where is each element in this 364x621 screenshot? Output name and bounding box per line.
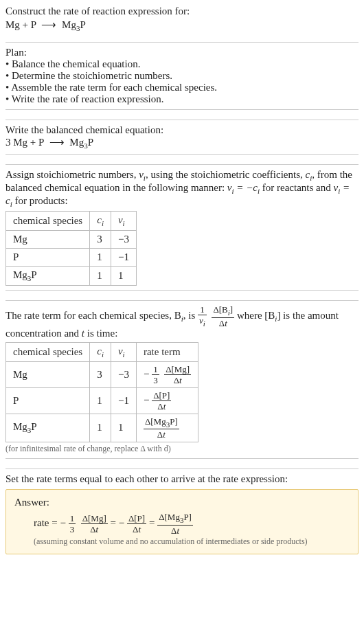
lead: rate = − xyxy=(34,517,66,528)
cell-nu: 1 xyxy=(111,267,136,286)
den: Δt xyxy=(144,429,179,439)
table-row: Mg3P 1 1 xyxy=(6,267,137,286)
frac: Δ[Mg3P]Δt xyxy=(144,417,179,440)
rhs-tail: P xyxy=(80,19,85,30)
table-row: Mg 3 −3 − 13 Δ[Mg]Δt xyxy=(6,361,198,387)
table-header-row: chemical species ci νi xyxy=(6,212,137,231)
plan-title: Plan: xyxy=(5,47,359,58)
table-header-row: chemical species ci νi rate term xyxy=(6,342,198,361)
den: Δt xyxy=(152,401,171,411)
col-nu: νi xyxy=(111,342,136,361)
arrow-icon: ⟶ xyxy=(47,137,67,148)
num: Δ[Bi] xyxy=(212,305,234,318)
txt: , is xyxy=(183,310,198,321)
col-rate: rate term xyxy=(136,342,198,361)
c-sym: ci xyxy=(305,169,312,180)
txt: Assign stoichiometric numbers, xyxy=(5,169,139,180)
s: ν xyxy=(139,169,144,180)
col-species: chemical species xyxy=(6,342,90,361)
rel: νi = −ci xyxy=(227,182,260,193)
prompt-block: Construct the rate of reaction expressio… xyxy=(5,5,359,32)
cell-species: Mg3P xyxy=(6,414,90,442)
answer-label: Answer: xyxy=(14,497,350,508)
txt: where [B xyxy=(237,310,275,321)
rhs-base: Mg xyxy=(62,19,76,30)
frac: Δ[P]Δt xyxy=(127,514,146,534)
assign-intro: Assign stoichiometric numbers, νi, using… xyxy=(5,169,359,208)
col-species: chemical species xyxy=(6,212,90,231)
nu-sym: νi xyxy=(139,169,146,180)
txt: is time: xyxy=(84,328,117,339)
table-row: P 1 −1 − Δ[P]Δt xyxy=(6,387,198,414)
s: ] xyxy=(230,304,233,315)
stoich-table: chemical species ci νi Mg 3 −3 P 1 −1 Mg… xyxy=(5,211,137,286)
col-nu: νi xyxy=(111,212,136,231)
frac: Δ[Mg]Δt xyxy=(81,514,108,534)
assign-section: Assign stoichiometric numbers, νi, using… xyxy=(5,164,359,291)
txt: for products: xyxy=(12,195,68,206)
num: Δ[Mg] xyxy=(81,514,108,524)
frac: Δ[Bi]Δt xyxy=(212,305,234,328)
rate-expression: rate = − 13 Δ[Mg]Δt = − Δ[P]Δt = Δ[Mg3P]… xyxy=(14,512,350,535)
s: Δ[B xyxy=(213,304,227,315)
plan-item: Balance the chemical equation. xyxy=(5,58,359,70)
cell-nu: 1 xyxy=(111,414,136,442)
txt: for reactants and xyxy=(260,182,333,193)
cell-rate: Δ[Mg3P]Δt xyxy=(136,414,198,442)
s: = −c xyxy=(234,182,258,193)
cell-nu: −1 xyxy=(111,249,136,267)
neg: − xyxy=(119,517,124,528)
plan-list: Balance the chemical equation. Determine… xyxy=(5,58,359,105)
col-c: ci xyxy=(90,342,111,361)
frac: Δ[Mg]Δt xyxy=(164,365,191,385)
eq: = xyxy=(149,517,157,528)
plan-item: Determine the stoichiometric numbers. xyxy=(5,70,359,82)
balanced-equation: 3 Mg + P ⟶ Mg3P xyxy=(5,136,359,150)
den: νi xyxy=(198,315,207,328)
txt: , using the stoichiometric coefficients, xyxy=(146,169,306,180)
cell-nu: −3 xyxy=(111,361,136,387)
answer-box: Answer: rate = − 13 Δ[Mg]Δt = − Δ[P]Δt =… xyxy=(5,489,359,554)
rate-table: chemical species ci νi rate term Mg 3 −3… xyxy=(5,342,198,443)
balanced-section: Write the balanced chemical equation: 3 … xyxy=(5,120,359,155)
cell-nu: −1 xyxy=(111,387,136,414)
neg: − xyxy=(144,368,149,379)
neg: − xyxy=(144,394,149,405)
plan-item: Write the rate of reaction expression. xyxy=(5,93,359,105)
cell-rate: − Δ[P]Δt xyxy=(136,387,198,414)
bal-rhs: Mg3P xyxy=(69,137,93,148)
num: 1 xyxy=(69,514,76,524)
cell-species: Mg3P xyxy=(6,267,90,286)
table-row: P 1 −1 xyxy=(6,249,137,267)
cell-rate: − 13 Δ[Mg]Δt xyxy=(136,361,198,387)
den: Δt xyxy=(212,318,234,328)
cell-species: Mg xyxy=(6,361,90,387)
eq-rhs: Mg3P xyxy=(62,19,86,30)
table-row: Mg 3 −3 xyxy=(6,231,137,249)
s: i xyxy=(203,319,205,328)
num: Δ[Mg3P] xyxy=(157,512,193,526)
cell-c: 3 xyxy=(90,231,111,249)
frac: Δ[Mg3P]Δt xyxy=(157,512,193,535)
cell-species: P xyxy=(6,387,90,414)
table-row: Mg3P 1 1 Δ[Mg3P]Δt xyxy=(6,414,198,442)
bal-rhs-tail: P xyxy=(88,137,93,148)
prompt-text: Construct the rate of reaction expressio… xyxy=(5,5,359,17)
final-intro: Set the rate terms equal to each other t… xyxy=(5,473,359,485)
num: Δ[Mg3P] xyxy=(144,417,179,430)
col-c: ci xyxy=(90,212,111,231)
cell-c: 3 xyxy=(90,361,111,387)
arrow-icon: ⟶ xyxy=(38,19,59,30)
rate-note: (for infinitesimal rate of change, repla… xyxy=(5,444,359,454)
cell-c: 1 xyxy=(90,387,111,414)
den: Δt xyxy=(127,524,146,534)
frac: 1νi xyxy=(198,305,207,328)
bal-lhs: 3 Mg + P xyxy=(5,137,44,148)
plan-item: Assemble the rate term for each chemical… xyxy=(5,82,359,93)
den: Δt xyxy=(157,526,193,535)
unbalanced-equation: Mg + P ⟶ Mg3P xyxy=(5,19,359,32)
rate-term-section: The rate term for each chemical species,… xyxy=(5,300,359,459)
final-section: Set the rate terms equal to each other t… xyxy=(5,468,359,554)
txt: The rate term for each chemical species,… xyxy=(5,310,181,321)
num: Δ[P] xyxy=(152,391,171,401)
